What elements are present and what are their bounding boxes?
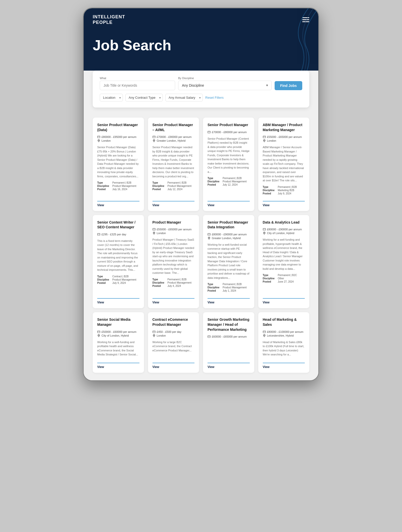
keyword-input[interactable] [100,81,175,90]
location-icon [263,139,266,142]
location-icon [153,139,156,142]
hero-section: INTELLIGENT PEOPLE Job Search [84,8,318,79]
job-details: TypePermanent | B2BDisciplineProduct Man… [153,278,195,287]
job-posted-row: PostedJuly 1, 2024 [208,289,250,292]
svg-rect-30 [263,331,266,333]
view-job-link[interactable]: View [208,363,250,369]
job-posted-row: PostedJuly 12, 2024 [208,183,250,186]
job-card: Senior Content Writer / SEO Content Mana… [93,215,144,308]
job-posted-row: PostedJuly 9, 2024 [263,192,305,195]
contract-type-select[interactable]: Any Contract Type [125,94,163,101]
salary-icon [208,233,211,236]
job-card: Senior Growth Marketing Manager / Head o… [203,312,254,373]
job-card: ABM Manager / Product Marketing Manager … [258,118,310,211]
svg-rect-19 [263,228,266,230]
job-card: Senior Product Manager – AI/ML £70000 - … [148,118,199,211]
job-title: Data & Analytics Lead [263,220,305,225]
salary-icon [263,330,266,333]
job-meta: £70000 - £80000 per annum [208,131,250,134]
job-location: City of London, Hybrid [263,232,305,235]
job-card: Senior Product Manager £70000 - £80000 p… [203,118,254,211]
view-job-link[interactable]: View [153,298,195,304]
job-location: London [153,232,195,235]
discipline-select[interactable]: Any Discipline [178,81,272,90]
job-details: TypePermanent | B2BDisciplineProduct Man… [153,181,195,191]
job-description: Working for a well-funded social commerc… [208,243,250,280]
job-meta: £55000 - £65000 per annum London [153,228,195,235]
job-details: TypePermanent | B2BDisciplineProduct Man… [208,177,250,186]
reset-filters-link[interactable]: Reset Filters [205,96,224,99]
job-meta: £80000 - £95000 per annum London [97,135,139,142]
job-title: Senior Product Manager [208,123,250,128]
job-salary: £295 - £325 per day [97,233,139,236]
svg-rect-22 [97,331,100,333]
svg-point-15 [154,232,155,233]
job-posted-row: PostedJune 27, 2024 [263,280,305,283]
svg-rect-13 [153,228,155,230]
job-title: Senior Product Manager – AI/ML [153,123,195,132]
svg-rect-11 [97,233,100,235]
view-job-link[interactable]: View [208,298,250,304]
salary-icon [97,330,100,333]
view-job-link[interactable]: View [97,201,139,207]
job-card: Senior Social Media Manager £50000 - £60… [93,312,144,373]
job-discipline-row: DisciplineOther [263,277,305,280]
job-title: Senior Content Writer / SEO Content Mana… [97,220,139,230]
discipline-select-wrapper: Any Discipline ▼ [178,81,272,90]
view-job-link[interactable]: View [263,298,305,304]
svg-rect-6 [208,131,210,133]
job-description: Working for a well-funding and profitabl… [97,340,139,357]
discipline-field-wrapper: By Discipline Any Discipline ▼ [178,77,272,90]
view-job-link[interactable]: View [208,201,250,207]
job-type-row: TypePermanent | B2B [208,283,250,286]
job-discipline-row: DisciplineMarketing B2B [263,189,305,192]
location-icon [97,334,100,337]
discipline-label: By Discipline [178,77,272,80]
view-job-link[interactable]: View [97,363,139,369]
job-title: Senior Growth Marketing Manager / Head o… [208,317,250,332]
hamburger-menu[interactable] [302,17,309,22]
job-type-row: TypePermanent | B2B [263,186,305,188]
job-meta: £50000 - £60000 per annum City of London… [97,330,139,337]
job-card: Data & Analytics Lead £80000 - £90000 pe… [258,215,310,308]
location-select[interactable]: Location [100,94,123,101]
job-discipline-row: DisciplineProduct Management [208,286,250,289]
job-details: TypePermanent | B2CDisciplineOtherPosted… [263,274,305,283]
view-job-link[interactable]: View [263,363,305,369]
job-salary: £80000 - £90000 per annum [208,233,250,236]
job-location: London [97,139,139,142]
location-icon [97,139,100,142]
job-discipline-row: DisciplineProduct Management [97,278,139,281]
salary-icon [153,135,156,138]
svg-rect-3 [153,136,155,138]
contract-select-wrapper: Any Contract Type ▾ [125,94,163,101]
job-posted-row: PostedJuly 12, 2024 [153,188,195,191]
view-job-link[interactable]: View [153,363,195,369]
job-card: Head of Marketing & Sales £80000 - £1000… [258,312,310,373]
salary-icon [97,135,100,138]
view-job-link[interactable]: View [97,298,139,304]
find-jobs-button[interactable]: Find Jobs [275,81,302,90]
svg-rect-0 [97,136,100,138]
job-card: Contract eCommerce Product Manager £450 … [148,312,199,373]
device-frame: INTELLIGENT PEOPLE Job Search What By Di… [83,8,319,381]
job-posted-row: PostedJuly 9, 2024 [97,282,139,284]
search-card: What By Discipline Any Discipline ▼ Find… [93,71,309,108]
salary-select[interactable]: Any Annual Salary [165,94,203,101]
job-salary: £50000 - £60000 per annum [97,330,139,333]
job-title: Senior Product Manager Data Integration [208,220,250,230]
view-job-link[interactable]: View [153,201,195,207]
svg-point-5 [154,140,155,141]
search-section: What By Discipline Any Discipline ▼ Find… [84,71,318,113]
job-location: Leicestershire, Hybrid [263,334,305,337]
salary-icon [97,233,100,236]
job-title: Contract eCommerce Product Manager [153,317,195,327]
job-type-row: TypePermanent | B2B [153,181,195,184]
location-icon [208,237,211,240]
svg-point-24 [98,335,99,336]
view-job-link[interactable]: View [263,201,305,207]
navigation: INTELLIGENT PEOPLE [84,8,318,29]
job-card: Senior Product Manager Data Integration … [203,215,254,308]
job-description: Senior Product Manager needed by B2B ins… [153,145,195,178]
svg-point-32 [264,335,265,336]
